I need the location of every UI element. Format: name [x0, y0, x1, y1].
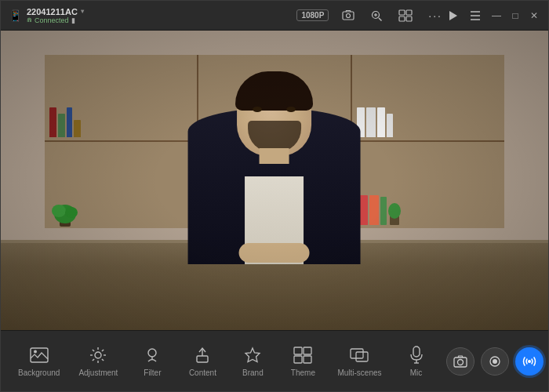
multiscenes-svg [350, 348, 369, 362]
svg-point-49 [457, 359, 463, 365]
svg-rect-42 [304, 356, 311, 363]
person [127, 70, 423, 264]
ellipsis-icon: ··· [428, 9, 442, 22]
background-icon [29, 345, 49, 365]
device-name-row: 22041211AC ▾ [27, 7, 84, 16]
minimize-btn[interactable]: — [490, 9, 503, 22]
svg-line-3 [379, 18, 382, 21]
filter-label: Filter [144, 368, 161, 377]
record-action-icon [489, 355, 501, 368]
adjustment-icon [88, 345, 108, 365]
filter-svg [143, 346, 162, 365]
svg-point-35 [148, 349, 156, 357]
list-icon [469, 10, 482, 21]
adjustment-svg [89, 346, 107, 365]
svg-rect-6 [399, 10, 405, 15]
svg-line-33 [93, 359, 94, 361]
device-name-text: 22041211AC [27, 7, 78, 16]
bottom-toolbar: Background Adjustmen [1, 330, 548, 391]
multiscreen-btn[interactable] [396, 7, 415, 24]
person-right-eye [287, 107, 296, 112]
person-left-eye [253, 107, 263, 112]
multiscreen-icon [398, 9, 413, 22]
svg-rect-39 [294, 347, 302, 354]
title-bar-center: 1080P [296, 7, 445, 24]
theme-icon [293, 345, 313, 365]
book [58, 114, 65, 137]
content-label: Content [189, 368, 216, 377]
plant-icon-2 [49, 197, 81, 227]
phone-icon: 📱 [9, 9, 22, 22]
theme-label: Theme [291, 368, 315, 377]
svg-rect-40 [304, 347, 311, 354]
device-status: ⋒ Connected ▮ [27, 16, 84, 24]
svg-point-25 [34, 350, 37, 354]
app-window: 📱 22041211AC ▾ ⋒ Connected ▮ 1080P [0, 0, 549, 392]
svg-rect-48 [454, 358, 467, 367]
title-bar-right: — □ ✕ [445, 8, 540, 24]
dropdown-arrow-icon[interactable]: ▾ [81, 8, 84, 15]
svg-line-34 [102, 350, 104, 351]
mic-label: Mic [410, 368, 423, 377]
svg-point-21 [65, 207, 78, 218]
record-action-btn[interactable] [481, 347, 509, 376]
screenshot-icon [342, 9, 354, 22]
toolbar-item-adjustment[interactable]: Adjustment [71, 339, 125, 383]
background-svg [30, 347, 49, 363]
book [74, 120, 81, 137]
svg-point-1 [347, 13, 351, 17]
person-head [238, 74, 312, 156]
video-area [1, 31, 548, 330]
svg-rect-7 [406, 10, 412, 15]
svg-rect-44 [356, 352, 368, 361]
toolbar-item-background[interactable]: Background [10, 339, 67, 383]
title-bar-left: 📱 22041211AC ▾ ⋒ Connected ▮ [9, 7, 296, 24]
filter-icon [142, 345, 162, 365]
play-btn[interactable] [445, 8, 460, 24]
book [67, 107, 72, 137]
live-action-btn[interactable] [515, 347, 544, 376]
svg-marker-10 [449, 11, 457, 20]
maximize-btn[interactable]: □ [509, 9, 522, 22]
toolbar-item-brand[interactable]: Brand [229, 339, 276, 383]
play-icon [447, 10, 458, 21]
battery-icon: ▮ [71, 16, 75, 24]
close-btn[interactable]: ✕ [528, 9, 540, 22]
theme-svg [293, 347, 312, 364]
person-hands [239, 243, 310, 263]
svg-rect-41 [294, 356, 302, 363]
mic-svg [409, 346, 424, 365]
toolbar-item-filter[interactable]: Filter [129, 339, 176, 383]
toolbar-item-multiscenes[interactable]: Multi-scenes [329, 339, 389, 383]
adjustment-label: Adjustment [78, 368, 118, 377]
camera-action-icon [453, 355, 467, 368]
camera-action-btn[interactable] [446, 347, 474, 376]
svg-rect-0 [343, 12, 354, 20]
person-hair [236, 71, 314, 111]
status-text: Connected [35, 16, 69, 24]
svg-point-52 [528, 360, 531, 363]
zoom-btn[interactable] [368, 7, 385, 24]
mic-icon [406, 345, 427, 365]
svg-point-26 [95, 352, 101, 358]
content-svg [194, 347, 211, 364]
book [49, 107, 56, 137]
person-neck [260, 148, 289, 164]
toolbar-item-content[interactable]: Content [179, 339, 226, 383]
svg-rect-43 [351, 349, 363, 358]
device-info: 22041211AC ▾ ⋒ Connected ▮ [27, 7, 84, 24]
screenshot-btn[interactable] [340, 7, 357, 24]
person-beard [248, 121, 301, 152]
toolbar-items: Background Adjustmen [10, 339, 440, 383]
resolution-badge[interactable]: 1080P [296, 9, 329, 21]
brand-icon [242, 345, 263, 365]
multiscenes-icon [349, 345, 369, 365]
multiscenes-label: Multi-scenes [337, 368, 381, 377]
toolbar-item-mic[interactable]: Mic [393, 339, 440, 383]
svg-point-51 [493, 359, 497, 364]
list-btn[interactable] [467, 8, 484, 24]
toolbar-item-theme[interactable]: Theme [279, 339, 326, 383]
svg-rect-45 [413, 347, 420, 357]
more-options-btn[interactable]: ··· [426, 7, 445, 24]
svg-rect-8 [399, 16, 405, 21]
